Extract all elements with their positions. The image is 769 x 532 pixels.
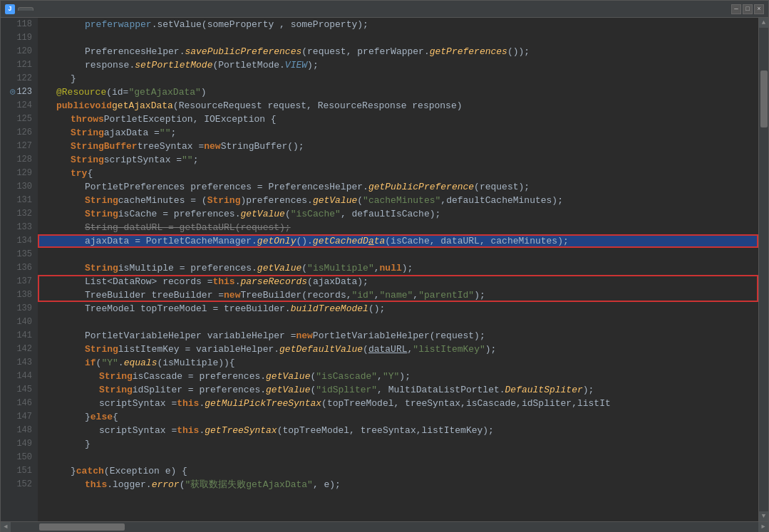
- code-line-143: if ("Y".equals(isMultiple)){: [38, 356, 758, 370]
- editor-tab[interactable]: [18, 7, 33, 11]
- line-number: 125: [1, 113, 38, 126]
- vertical-scrollbar[interactable]: ▲ ▼: [758, 18, 768, 521]
- code-line-152: this.logger.error("获取数据失败getAjaxData", e…: [38, 478, 758, 491]
- code-line-121: response.setPortletMode(PortletMode.VIEW…: [38, 58, 758, 72]
- line-number: 131: [1, 194, 38, 207]
- line-number: 130: [1, 180, 38, 194]
- line-number: 133: [1, 221, 38, 234]
- minimize-button[interactable]: —: [731, 4, 741, 14]
- code-line-124: public void getAjaxData(ResourceRequest …: [38, 99, 758, 113]
- code-line-119: [38, 31, 758, 45]
- scroll-up-button[interactable]: ▲: [759, 18, 769, 28]
- code-line-144: String isCascade = preferences.getValue(…: [38, 370, 758, 383]
- scroll-thumb[interactable]: [760, 71, 768, 127]
- file-icon: J: [5, 4, 15, 14]
- code-line-140: [38, 315, 758, 329]
- code-area[interactable]: preferwapper.setValue( someProperty , so…: [38, 18, 758, 521]
- code-line-145: String idSpliter = preferences.getValue(…: [38, 383, 758, 397]
- line-number: 120: [1, 45, 38, 58]
- code-line-136: String isMultiple = preferences.getValue…: [38, 261, 758, 275]
- line-number: 148: [1, 424, 38, 437]
- line-number: 144: [1, 370, 38, 383]
- window-controls: — □ ×: [731, 4, 764, 14]
- code-line-133: String dataURL = getDataURL(request);: [38, 221, 758, 234]
- breakpoint-marker: ◎: [10, 85, 15, 99]
- close-button[interactable]: ×: [754, 4, 764, 14]
- code-line-129: try {: [38, 167, 758, 180]
- code-line-149: }: [38, 437, 758, 451]
- editor-body: 118119120121122◎123124125126127128129130…: [1, 18, 768, 521]
- scroll-left-button[interactable]: ◄: [1, 522, 11, 532]
- code-line-135: [38, 248, 758, 261]
- code-line-123: @Resource(id="getAjaxData"): [38, 85, 758, 99]
- scroll-right-button[interactable]: ►: [758, 522, 768, 532]
- code-line-142: String listItemKey = variableHelper.getD…: [38, 343, 758, 356]
- line-number: 149: [1, 437, 38, 451]
- line-number: 139: [1, 302, 38, 315]
- line-number: 118: [1, 18, 38, 31]
- code-line-148: scriptSyntax = this.getTreeSyntax(topTre…: [38, 424, 758, 437]
- code-line-150: [38, 451, 758, 464]
- code-line-132: String isCache = preferences.getValue("i…: [38, 207, 758, 221]
- code-line-139: TreeModel topTreeModel = treeBuilder.bui…: [38, 302, 758, 315]
- line-number: 151: [1, 464, 38, 478]
- line-number: 119: [1, 31, 38, 45]
- line-number: 129: [1, 167, 38, 180]
- code-line-120: PreferencesHelper.savePublicPreferences(…: [38, 45, 758, 58]
- line-number: 135: [1, 248, 38, 261]
- line-number: 136: [1, 261, 38, 275]
- horizontal-scrollbar[interactable]: ◄ ►: [1, 521, 768, 531]
- line-number: 121: [1, 58, 38, 72]
- code-line-147: }else{: [38, 410, 758, 424]
- code-line-138: TreeBuilder treeBuilder = new TreeBuilde…: [38, 288, 758, 302]
- line-number: 152: [1, 478, 38, 491]
- line-number: 134: [1, 234, 38, 248]
- line-number: 128: [1, 153, 38, 167]
- code-line-137: List<DataRow> records = this.parseRecord…: [38, 275, 758, 288]
- line-number: 122: [1, 72, 38, 85]
- h-scroll-thumb[interactable]: [39, 523, 125, 531]
- code-line-151: } catch (Exception e) {: [38, 464, 758, 478]
- code-line-131: String cacheMinutes = (String)preference…: [38, 194, 758, 207]
- line-number: 137: [1, 275, 38, 288]
- code-line-122: }: [38, 72, 758, 85]
- code-line-126: String ajaxData = "";: [38, 126, 758, 140]
- line-number: 146: [1, 397, 38, 410]
- line-number: 127: [1, 140, 38, 153]
- code-line-141: PortletVariableHelper variableHelper = n…: [38, 329, 758, 343]
- maximize-button[interactable]: □: [743, 4, 753, 14]
- line-number: 141: [1, 329, 38, 343]
- editor-window: J — □ × 118119120121122◎1231241251261271…: [0, 0, 769, 532]
- line-number: 138: [1, 288, 38, 302]
- code-line-134: ajaxData = PortletCacheManager.getOnly()…: [38, 234, 758, 248]
- line-number: 142: [1, 343, 38, 356]
- line-number: ◎123: [1, 85, 38, 99]
- line-number: 126: [1, 126, 38, 140]
- line-numbers: 118119120121122◎123124125126127128129130…: [1, 18, 38, 521]
- line-number: 140: [1, 315, 38, 329]
- line-number: 143: [1, 356, 38, 370]
- code-line-125: throws PortletException, IOException {: [38, 113, 758, 126]
- scroll-down-button[interactable]: ▼: [759, 511, 769, 521]
- code-line-127: StringBuffer treeSyntax = new StringBuff…: [38, 140, 758, 153]
- line-number: 132: [1, 207, 38, 221]
- code-line-146: scriptSyntax = this.getMuliPickTreeSynta…: [38, 397, 758, 410]
- line-number: 147: [1, 410, 38, 424]
- code-line-128: String scriptSyntax = "";: [38, 153, 758, 167]
- code-line-118: preferwapper.setValue( someProperty , so…: [38, 18, 758, 31]
- code-line-130: PortletPreferences preferences = Prefere…: [38, 180, 758, 194]
- line-number: 124: [1, 99, 38, 113]
- title-bar: J — □ ×: [1, 1, 768, 18]
- line-number: 150: [1, 451, 38, 464]
- line-number: 145: [1, 383, 38, 397]
